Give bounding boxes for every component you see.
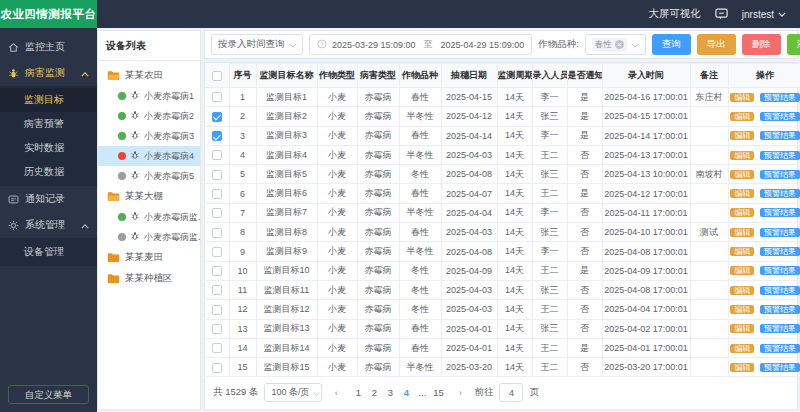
sidebar-item-notification-log[interactable]: 通知记录 bbox=[0, 186, 97, 212]
row-checkbox[interactable] bbox=[212, 324, 222, 334]
tree-folder[interactable]: 某某农田 bbox=[98, 65, 200, 86]
tree-folder[interactable]: 某某种植区 bbox=[98, 268, 200, 289]
warning-result-button[interactable]: 预警结果 bbox=[760, 93, 800, 102]
sidebar-item-monitor-target[interactable]: 监测目标 bbox=[0, 88, 97, 112]
sidebar-item-system-manage[interactable]: 系统管理 bbox=[0, 212, 97, 238]
cell-disease-type: 赤霉病 bbox=[357, 300, 399, 319]
cell-entry-person: 王二 bbox=[532, 338, 567, 357]
tree-folder[interactable]: 某某大棚 bbox=[98, 186, 200, 207]
custom-menu-button[interactable]: 自定义菜单 bbox=[8, 385, 89, 404]
edit-button[interactable]: 编辑 bbox=[730, 208, 754, 217]
row-checkbox[interactable] bbox=[212, 208, 222, 218]
warning-result-button[interactable]: 预警结果 bbox=[760, 247, 800, 256]
edit-button[interactable]: 编辑 bbox=[730, 170, 754, 179]
row-checkbox[interactable] bbox=[212, 170, 222, 180]
warning-result-button[interactable]: 预警结果 bbox=[760, 170, 800, 179]
cell-disease-type: 赤霉病 bbox=[357, 126, 399, 145]
big-screen-link[interactable]: 大屏可视化 bbox=[648, 7, 701, 21]
warning-result-button[interactable]: 预警结果 bbox=[760, 344, 800, 353]
row-checkbox[interactable] bbox=[212, 266, 222, 276]
row-checkbox[interactable] bbox=[212, 305, 222, 315]
row-checkbox[interactable] bbox=[212, 150, 222, 160]
warning-result-button[interactable]: 预警结果 bbox=[760, 305, 800, 314]
page-size-select[interactable]: 100 条/页 bbox=[264, 383, 322, 402]
page-number-button[interactable]: 2 bbox=[366, 384, 382, 401]
cell-remark: 测试 bbox=[690, 223, 728, 242]
tree-device-item[interactable]: 小麦赤霉病3 bbox=[98, 126, 200, 146]
next-page-button[interactable]: › bbox=[452, 384, 468, 401]
table-card: 序号 监测目标名称 作物类型 病害类型 作物品种 抽穗日期 监测周期 录入人员 … bbox=[204, 62, 798, 410]
edit-button[interactable]: 编辑 bbox=[730, 286, 754, 295]
row-checkbox[interactable] bbox=[212, 363, 222, 373]
row-checkbox[interactable] bbox=[212, 285, 222, 295]
warning-result-button[interactable]: 预警结果 bbox=[760, 286, 800, 295]
warning-result-button[interactable]: 预警结果 bbox=[760, 131, 800, 140]
tree-folder[interactable]: 某某麦田 bbox=[98, 247, 200, 268]
tree-device-item[interactable]: 小麦赤霉病2 bbox=[98, 106, 200, 126]
edit-button[interactable]: 编辑 bbox=[730, 305, 754, 314]
page-number-button[interactable]: 4 bbox=[398, 384, 414, 401]
row-checkbox[interactable] bbox=[212, 247, 222, 257]
edit-button[interactable]: 编辑 bbox=[730, 344, 754, 353]
warning-result-button[interactable]: 预警结果 bbox=[760, 189, 800, 198]
row-checkbox[interactable] bbox=[212, 131, 222, 141]
search-button[interactable]: 查询 bbox=[652, 34, 691, 55]
row-checkbox[interactable] bbox=[212, 112, 222, 122]
edit-button[interactable]: 编辑 bbox=[730, 324, 754, 333]
prev-page-button[interactable]: ‹ bbox=[328, 384, 344, 401]
row-checkbox[interactable] bbox=[212, 92, 222, 102]
tree-device-item[interactable]: 小麦赤霉病4 bbox=[98, 146, 200, 166]
sidebar-item-realtime-data[interactable]: 实时数据 bbox=[0, 136, 97, 160]
add-button[interactable]: 添加 bbox=[787, 34, 800, 55]
cell-remark bbox=[690, 338, 728, 357]
edit-button[interactable]: 编辑 bbox=[730, 266, 754, 275]
edit-button[interactable]: 编辑 bbox=[730, 112, 754, 121]
warning-result-button[interactable]: 预警结果 bbox=[760, 112, 800, 121]
tree-device-item[interactable]: 小麦赤霉病1 bbox=[98, 86, 200, 106]
page-ellipsis[interactable]: ... bbox=[414, 384, 430, 401]
sidebar-item-home[interactable]: 监控主页 bbox=[0, 34, 97, 60]
cell-entry-person: 李一 bbox=[532, 203, 567, 222]
warning-result-button[interactable]: 预警结果 bbox=[760, 151, 800, 160]
row-checkbox[interactable] bbox=[212, 343, 222, 353]
cell-target-name: 监测目标2 bbox=[256, 107, 317, 126]
sidebar-item-device-manage[interactable]: 设备管理 bbox=[0, 240, 97, 264]
cell-index: 15 bbox=[229, 358, 256, 377]
delete-button[interactable]: 删除 bbox=[742, 34, 781, 55]
message-icon[interactable] bbox=[715, 8, 728, 20]
user-menu[interactable]: jnrstest bbox=[742, 9, 786, 20]
page-number-button[interactable]: 15 bbox=[430, 384, 446, 401]
page-number-button[interactable]: 3 bbox=[382, 384, 398, 401]
cell-entry-time: 2025-04-11 17:00:01 bbox=[602, 203, 690, 222]
export-button[interactable]: 导出 bbox=[697, 34, 736, 55]
crop-variety-select[interactable]: 春性 × bbox=[585, 34, 646, 55]
query-type-select[interactable]: 按录入时间查询 bbox=[211, 34, 303, 55]
date-range-picker[interactable]: 2025-03-29 15:09:00 至 2025-04-29 15:09:0… bbox=[309, 34, 532, 55]
sidebar-item-disease-monitor[interactable]: 病害监测 bbox=[0, 60, 97, 86]
tree-device-item[interactable]: 小麦赤霉病监... bbox=[98, 227, 200, 247]
warning-result-button[interactable]: 预警结果 bbox=[760, 266, 800, 275]
tree-device-item[interactable]: 小麦赤霉病5 bbox=[98, 166, 200, 186]
tree-device-item[interactable]: 小麦赤霉病监... bbox=[98, 207, 200, 227]
table-row: 3 监测目标3 小麦 赤霉病 春性 2025-04-14 14天 李一 是 20… bbox=[205, 126, 800, 145]
status-dot-icon bbox=[118, 152, 126, 160]
warning-result-button[interactable]: 预警结果 bbox=[760, 228, 800, 237]
goto-page-input[interactable] bbox=[499, 383, 523, 402]
edit-button[interactable]: 编辑 bbox=[730, 93, 754, 102]
sidebar-item-history-data[interactable]: 历史数据 bbox=[0, 160, 97, 184]
edit-button[interactable]: 编辑 bbox=[730, 151, 754, 160]
page-number-button[interactable]: 1 bbox=[350, 384, 366, 401]
warning-result-button[interactable]: 预警结果 bbox=[760, 208, 800, 217]
select-all-checkbox[interactable] bbox=[212, 71, 222, 81]
warning-result-button[interactable]: 预警结果 bbox=[760, 324, 800, 333]
tag-close-icon[interactable]: × bbox=[615, 40, 624, 49]
edit-button[interactable]: 编辑 bbox=[730, 247, 754, 256]
warning-result-button[interactable]: 预警结果 bbox=[760, 363, 800, 372]
edit-button[interactable]: 编辑 bbox=[730, 131, 754, 140]
edit-button[interactable]: 编辑 bbox=[730, 363, 754, 372]
sidebar-item-disease-warning[interactable]: 病害预警 bbox=[0, 112, 97, 136]
row-checkbox[interactable] bbox=[212, 228, 222, 238]
edit-button[interactable]: 编辑 bbox=[730, 189, 754, 198]
row-checkbox[interactable] bbox=[212, 189, 222, 199]
edit-button[interactable]: 编辑 bbox=[730, 228, 754, 237]
